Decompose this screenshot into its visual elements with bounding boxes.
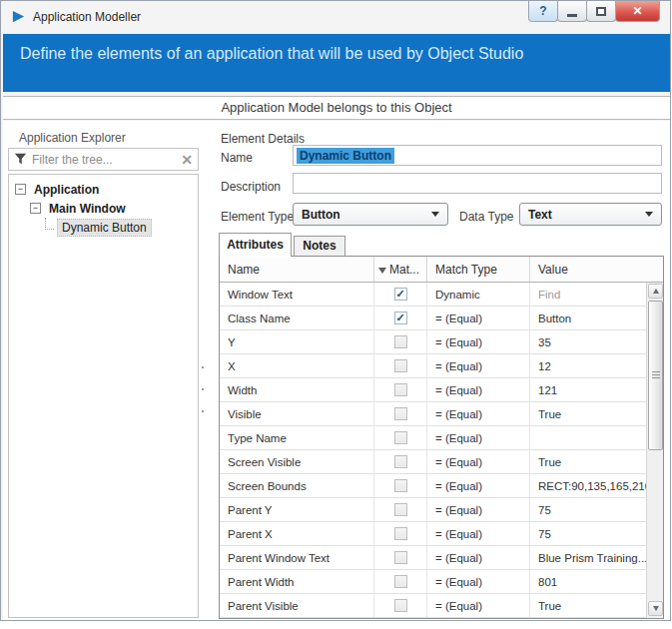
close-icon: ✕: [632, 4, 642, 18]
description-input[interactable]: [293, 173, 662, 194]
attribute-value-cell[interactable]: 75: [530, 498, 646, 521]
application-tree[interactable]: −Application−Main WindowDynamic Button: [8, 174, 199, 618]
tree-collapse-icon[interactable]: −: [15, 184, 26, 195]
attribute-name-cell: Width: [220, 378, 374, 401]
screenshot-stage: Application Modeller ? ✕ Define the elem…: [0, 0, 672, 629]
attribute-match-type-cell[interactable]: = (Equal): [427, 522, 530, 545]
attribute-value-cell[interactable]: True: [530, 402, 646, 425]
attribute-value-cell[interactable]: RECT:90,135,165,210: [530, 474, 646, 497]
match-checkbox[interactable]: [394, 359, 407, 372]
attribute-row[interactable]: Parent Width= (Equal)801: [220, 570, 646, 594]
attribute-value-cell[interactable]: True: [530, 450, 646, 473]
attribute-match-cell: [374, 522, 427, 545]
match-checkbox[interactable]: [394, 407, 407, 420]
attribute-row[interactable]: Parent Window Text= (Equal)Blue Prism Tr…: [220, 546, 646, 570]
scroll-down-button[interactable]: [648, 601, 663, 616]
tree-item-dynamic-button[interactable]: Dynamic Button: [9, 218, 198, 237]
match-checkbox[interactable]: ✓: [394, 288, 407, 301]
window-controls: ? ✕: [529, 1, 660, 22]
filter-clear-icon[interactable]: ✕: [181, 153, 193, 167]
attribute-value-cell[interactable]: 121: [530, 378, 646, 401]
attribute-value-cell[interactable]: 12: [530, 354, 646, 377]
tab-attributes[interactable]: Attributes: [219, 233, 292, 257]
attribute-match-type-cell[interactable]: = (Equal): [427, 594, 530, 617]
attribute-name-cell: Window Text: [220, 283, 374, 306]
close-button[interactable]: ✕: [615, 1, 660, 22]
attribute-value-cell[interactable]: [530, 426, 646, 449]
match-checkbox[interactable]: [394, 383, 407, 396]
attribute-match-type-cell[interactable]: = (Equal): [427, 426, 530, 449]
attribute-match-type-cell[interactable]: = (Equal): [427, 354, 530, 377]
attribute-value-cell[interactable]: 801: [530, 570, 646, 593]
attribute-match-type-cell[interactable]: Dynamic: [427, 283, 530, 306]
arrow-up-icon: [653, 289, 659, 294]
application-modeller-window: Application Modeller ? ✕ Define the elem…: [0, 0, 671, 621]
attribute-match-type-cell[interactable]: = (Equal): [427, 402, 530, 425]
match-checkbox[interactable]: [394, 575, 407, 588]
title-bar[interactable]: Application Modeller ? ✕: [1, 1, 670, 34]
attribute-match-type-cell[interactable]: = (Equal): [427, 330, 530, 353]
attribute-match-type-cell[interactable]: = (Equal): [427, 498, 530, 521]
name-label: Name: [221, 151, 253, 165]
attribute-match-type-cell[interactable]: = (Equal): [427, 450, 530, 473]
attribute-value-cell[interactable]: 75: [530, 522, 646, 545]
attribute-row[interactable]: Parent Visible= (Equal)True: [220, 594, 646, 618]
match-checkbox[interactable]: ✓: [394, 312, 407, 324]
attribute-row[interactable]: Window Text✓DynamicFind: [220, 283, 646, 307]
header-match-type[interactable]: Match Type: [427, 257, 530, 282]
attribute-row[interactable]: Parent Y= (Equal)75: [220, 498, 646, 522]
attribute-value-cell[interactable]: 35: [530, 330, 646, 353]
attribute-match-type-cell[interactable]: = (Equal): [427, 378, 530, 401]
vertical-scrollbar[interactable]: [646, 283, 663, 618]
header-name[interactable]: Name: [220, 257, 374, 282]
match-checkbox[interactable]: [394, 599, 407, 612]
attribute-match-type-cell[interactable]: = (Equal): [427, 570, 530, 593]
panel-splitter[interactable]: [201, 366, 205, 428]
subheader-text: Application Model belongs to this Object: [221, 100, 451, 115]
data-type-dropdown[interactable]: Text: [519, 203, 662, 226]
match-checkbox[interactable]: [394, 527, 407, 540]
tree-filter-input[interactable]: Filter the tree...: [32, 153, 181, 167]
attribute-row[interactable]: Visible= (Equal)True: [220, 402, 646, 426]
attribute-row[interactable]: Parent X= (Equal)75: [220, 522, 646, 546]
attribute-match-type-cell[interactable]: = (Equal): [427, 307, 530, 329]
attribute-row[interactable]: Class Name✓= (Equal)Button: [220, 307, 646, 330]
attribute-row[interactable]: Y= (Equal)35: [220, 330, 646, 354]
tree-collapse-icon[interactable]: −: [30, 203, 41, 214]
attribute-value-cell[interactable]: Blue Prism Training...: [530, 546, 646, 569]
maximize-button[interactable]: [586, 1, 616, 22]
attribute-match-cell: [374, 426, 427, 449]
attribute-row[interactable]: Type Name= (Equal): [220, 426, 646, 450]
scrollbar-thumb[interactable]: [648, 301, 663, 450]
attribute-match-cell: [374, 354, 427, 377]
attribute-match-type-cell[interactable]: = (Equal): [427, 474, 530, 497]
match-checkbox[interactable]: [394, 479, 407, 492]
header-value[interactable]: Value: [530, 257, 663, 282]
attribute-row[interactable]: Screen Visible= (Equal)True: [220, 450, 646, 474]
attribute-row[interactable]: Screen Bounds= (Equal)RECT:90,135,165,21…: [220, 474, 646, 498]
minimize-button[interactable]: [557, 1, 587, 22]
attribute-row[interactable]: X= (Equal)12: [220, 354, 646, 378]
help-button[interactable]: ?: [528, 1, 558, 22]
attribute-value-cell[interactable]: Find: [530, 283, 646, 306]
match-checkbox[interactable]: [394, 551, 407, 564]
header-match[interactable]: Mat...: [374, 257, 427, 282]
match-checkbox[interactable]: [394, 455, 407, 468]
tab-notes[interactable]: Notes: [294, 236, 345, 257]
blue-prism-app-icon: [11, 9, 26, 24]
name-input[interactable]: Dynamic Button: [293, 145, 662, 166]
attribute-value-cell[interactable]: True: [530, 594, 646, 617]
scroll-up-button[interactable]: [648, 284, 663, 299]
attribute-name-cell: X: [220, 354, 374, 377]
chevron-down-icon: [645, 212, 653, 217]
attribute-value-cell[interactable]: Button: [530, 307, 646, 329]
element-type-dropdown[interactable]: Button: [293, 203, 448, 226]
match-checkbox[interactable]: [394, 503, 407, 516]
match-checkbox[interactable]: [394, 335, 407, 348]
attribute-row[interactable]: Width= (Equal)121: [220, 378, 646, 402]
tree-item-main-window[interactable]: −Main Window: [9, 199, 198, 218]
attribute-match-type-cell[interactable]: = (Equal): [427, 546, 530, 569]
tree-filter-box[interactable]: Filter the tree... ✕: [8, 148, 199, 171]
match-checkbox[interactable]: [394, 431, 407, 444]
tree-item-application[interactable]: −Application: [9, 180, 198, 199]
